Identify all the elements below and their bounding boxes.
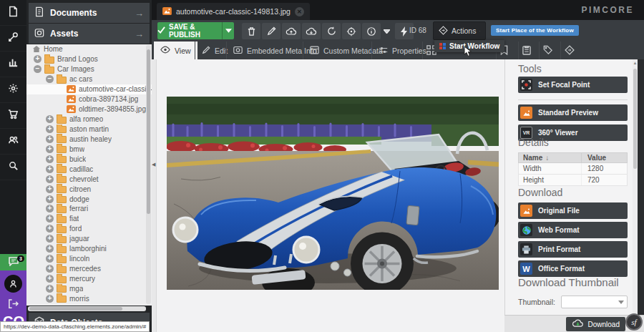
logout-button[interactable]	[0, 296, 26, 313]
expand-icon[interactable]: +	[46, 235, 54, 243]
tree-item-citroen[interactable]: +citroen	[26, 184, 152, 194]
expand-icon[interactable]: +	[46, 185, 54, 193]
tree-item-bmw[interactable]: +bmw	[26, 144, 152, 154]
tree-item-fiat[interactable]: +fiat	[26, 214, 152, 224]
expand-icon[interactable]: +	[46, 245, 54, 253]
expand-arrow-icon[interactable]: →	[135, 8, 144, 19]
asset-preview-image[interactable]	[167, 97, 499, 290]
info-button[interactable]	[362, 23, 381, 39]
set-focal-point-button[interactable]: Set Focal Point	[518, 77, 628, 93]
tree-item-home[interactable]: Home	[26, 44, 152, 54]
expand-icon[interactable]: +	[46, 125, 54, 133]
tree-item-cobra-3897134-jpg[interactable]: cobra-3897134.jpg	[26, 94, 152, 104]
expand-icon[interactable]: +	[46, 115, 54, 123]
scrollbar-thumb[interactable]	[633, 69, 637, 169]
web-format-button[interactable]: Web Format	[518, 222, 628, 238]
reload-button[interactable]	[322, 23, 341, 39]
panel-splitter[interactable]: ◀	[152, 59, 157, 332]
tree-item-aston-martin[interactable]: +aston martin	[26, 125, 152, 135]
tree-item-alfa-romeo[interactable]: +alfa romeo	[26, 114, 152, 125]
tree-item-chevrolet[interactable]: +chevrolet	[26, 174, 152, 184]
standard-preview-button[interactable]: Standard Preview	[518, 104, 628, 121]
tree-horizontal-scrollbar[interactable]	[28, 306, 146, 311]
rail-reports-button[interactable]	[0, 52, 26, 77]
original-file-button[interactable]: Original File	[518, 202, 628, 219]
column-name[interactable]: Name	[523, 154, 542, 162]
tree-item-car-images[interactable]: −Car Images	[26, 64, 152, 74]
rename-button[interactable]	[262, 23, 280, 39]
expand-icon[interactable]: +	[34, 55, 42, 63]
scroll-up-arrow[interactable]: ▲	[633, 61, 638, 65]
user-avatar-button[interactable]	[4, 275, 22, 293]
scrollbar-thumb[interactable]	[29, 307, 122, 311]
tree-item-buick[interactable]: +buick	[26, 154, 152, 164]
assets-panel-header[interactable]: Assets →	[29, 24, 150, 44]
save-options-caret[interactable]	[222, 22, 234, 39]
tab-view[interactable]: View	[154, 42, 197, 59]
tree-item-lamborghini[interactable]: +lamborghini	[26, 244, 152, 254]
rail-users-button[interactable]	[0, 129, 26, 155]
close-tab-icon[interactable]: ✕	[295, 7, 304, 16]
tree-item-automotive-car-classic-149813-jpg[interactable]: automotive-car-classic-149813.jpg	[26, 84, 152, 94]
actions-dropdown-button[interactable]: Actions	[433, 21, 486, 40]
open-file-tab[interactable]: automotive-car-classic-149813.jpg ✕	[157, 3, 310, 20]
expand-icon[interactable]: +	[46, 205, 54, 213]
tab-schedule[interactable]	[518, 42, 535, 59]
expand-icon[interactable]: +	[46, 255, 54, 263]
expand-icon[interactable]: +	[46, 175, 54, 183]
collapse-icon[interactable]: −	[34, 65, 42, 73]
rail-settings-button[interactable]	[0, 77, 26, 103]
rail-ecommerce-button[interactable]	[0, 103, 26, 129]
documents-panel-header[interactable]: Documents →	[29, 3, 150, 23]
save-publish-button[interactable]: SAVE & PUBLISH	[157, 22, 222, 39]
info-caret[interactable]	[382, 23, 391, 39]
tree-item-cadillac[interactable]: +cadillac	[26, 164, 152, 174]
collapse-panel-icon[interactable]: ◀	[152, 162, 155, 167]
office-format-button[interactable]: W Office Format	[518, 260, 628, 277]
expand-icon[interactable]: +	[46, 225, 54, 233]
scrollbar-thumb[interactable]	[147, 49, 150, 214]
expand-icon[interactable]: +	[46, 145, 54, 153]
expand-icon[interactable]: +	[46, 285, 54, 293]
collapse-icon[interactable]: −	[46, 75, 54, 83]
tree-item-mga[interactable]: +mga	[26, 284, 152, 294]
tree-item-brand-logos[interactable]: +Brand Logos	[26, 54, 152, 64]
delete-button[interactable]	[242, 23, 260, 39]
expand-icon[interactable]: +	[46, 265, 54, 273]
expand-arrow-icon[interactable]: →	[135, 29, 144, 39]
tree-item-dodge[interactable]: +dodge	[26, 194, 152, 204]
expand-icon[interactable]: +	[46, 135, 54, 143]
tree-item-austin-healey[interactable]: +austin healey	[26, 134, 152, 144]
rail-chat-button[interactable]: 3	[0, 254, 26, 270]
tab-tags[interactable]	[539, 42, 556, 59]
focal-point-button[interactable]	[342, 23, 361, 39]
tree-item-oldtimer-3894855-jpg[interactable]: oldtimer-3894855.jpg	[26, 104, 152, 114]
tree-item-morris[interactable]: +morris	[26, 293, 152, 303]
column-value[interactable]: Value	[582, 154, 606, 162]
tree-item-mercedes[interactable]: +mercedes	[26, 264, 152, 274]
download-asset-button[interactable]	[302, 23, 321, 39]
upload-button[interactable]	[282, 23, 301, 39]
rail-tools-button[interactable]	[0, 26, 26, 52]
tree-item-ferrari[interactable]: +ferrari	[26, 204, 152, 214]
tree-item-lincoln[interactable]: +lincoln	[26, 254, 152, 264]
expand-icon[interactable]: +	[46, 215, 54, 223]
expand-icon[interactable]: +	[46, 155, 54, 163]
expand-icon[interactable]: +	[46, 165, 54, 173]
rail-search-button[interactable]	[0, 155, 26, 180]
tree-item-mercury[interactable]: +mercury	[26, 274, 152, 284]
tree-vertical-scrollbar[interactable]	[146, 45, 151, 304]
details-table-header[interactable]: Name↓ Value	[518, 152, 628, 163]
expand-icon[interactable]: +	[46, 275, 54, 283]
tab-workflow[interactable]	[560, 42, 578, 59]
download-button[interactable]: Download	[566, 317, 625, 331]
expand-icon[interactable]: +	[46, 295, 54, 303]
print-format-button[interactable]: Print Format	[518, 241, 628, 258]
tree-item-ac-cars[interactable]: −ac cars	[26, 74, 152, 84]
panel-scrollbar[interactable]: ▲	[633, 59, 638, 315]
rail-documents-button[interactable]	[0, 0, 26, 26]
workflow-state-badge[interactable]: Start Place of the Workflow	[491, 25, 579, 36]
tree-item-jaguar[interactable]: +jaguar	[26, 234, 152, 244]
thumbnail-select[interactable]	[561, 296, 628, 308]
expand-icon[interactable]: +	[46, 195, 54, 203]
